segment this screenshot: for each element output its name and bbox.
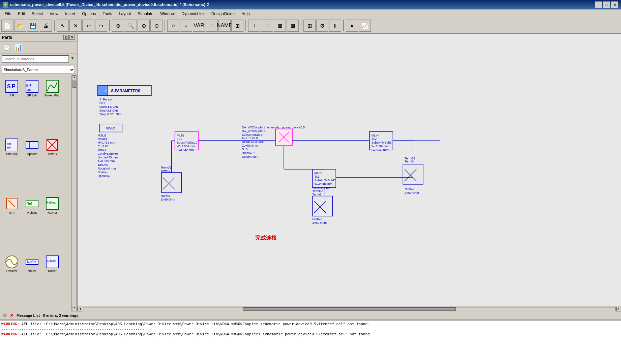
menu-item-insert[interactable]: Insert xyxy=(62,11,79,17)
svg-text:Rmax=0.1: Rmax=0.1 xyxy=(242,151,256,155)
toolbar-button-23[interactable]: ↑ xyxy=(261,20,273,32)
part-item-ndset[interactable]: NdSetNdSet xyxy=(22,252,42,275)
svg-rect-98 xyxy=(161,173,182,193)
menu-item-layout[interactable]: Layout xyxy=(116,11,135,17)
toolbar-button-0[interactable]: 📄 xyxy=(1,20,13,32)
scroll-track[interactable] xyxy=(83,307,616,311)
svg-text:Bbase=: Bbase= xyxy=(98,171,108,174)
toolbar-button-1[interactable]: 📂 xyxy=(14,20,26,32)
scroll-thumb[interactable] xyxy=(243,307,455,311)
svg-text:Num=1: Num=1 xyxy=(161,194,171,198)
clear-messages-button[interactable]: ✕ xyxy=(10,313,14,318)
toolbar-button-5[interactable]: ↖ xyxy=(57,20,69,32)
toolbar-button-20[interactable]: ⊞ xyxy=(231,20,243,32)
part-item-refnet2[interactable]: RefNetRefNet xyxy=(42,194,62,217)
part-icon-sp: SP xyxy=(4,79,19,94)
parts-chart-icon[interactable]: 📊 xyxy=(13,43,23,52)
svg-text:Z=50 Ohm: Z=50 Ohm xyxy=(161,198,175,201)
app-icon: ⚡ xyxy=(3,2,8,7)
svg-text:MSub1: MSub1 xyxy=(98,137,107,141)
toolbar-button-32[interactable]: 📈 xyxy=(359,20,371,32)
svg-text:NdSet: NdSet xyxy=(27,260,36,264)
part-item-ndset2[interactable]: NdSetNdSet xyxy=(42,252,62,275)
toolbar-button-13[interactable]: ⊖ xyxy=(150,20,162,32)
toolbar-button-12[interactable]: ⊕ xyxy=(138,20,150,32)
parts-scrollbar[interactable]: ▲ ▼ xyxy=(71,75,77,311)
menu-item-select[interactable]: Select xyxy=(28,11,46,17)
search-input[interactable] xyxy=(2,55,69,63)
toolbar-button-10[interactable]: ⊕ xyxy=(112,20,124,32)
toolbar-button-18[interactable]: ⟋ xyxy=(206,20,218,32)
svg-text:TL2: TL2 xyxy=(372,137,377,141)
part-icon-ndset: NdSet xyxy=(25,254,39,269)
minimize-button[interactable]: ─ xyxy=(595,1,602,8)
svg-text:NdSet: NdSet xyxy=(47,259,56,263)
menu-item-view[interactable]: View xyxy=(46,11,62,17)
menu-item-file[interactable]: File xyxy=(1,11,14,17)
menu-item-dynamiclink[interactable]: DynamicLink xyxy=(178,11,208,17)
part-item-sp[interactable]: SPS P xyxy=(2,77,22,99)
toolbar-button-3[interactable]: 🖨 xyxy=(40,20,52,32)
menu-item-options[interactable]: Options xyxy=(79,11,99,17)
svg-text:W=2.084 mm: W=2.084 mm xyxy=(177,145,195,148)
menu-item-simulate[interactable]: Simulate xyxy=(135,11,157,17)
toolbar-button-7[interactable]: ↩ xyxy=(82,20,94,32)
part-item-prm-swp[interactable]: PrmSwpPrmSwp xyxy=(2,135,22,158)
toolbar-button-15[interactable]: ○ xyxy=(167,20,179,32)
parts-clock-icon[interactable]: 🕐 xyxy=(2,43,11,52)
parts-close-button[interactable]: ✕ xyxy=(69,35,75,40)
part-item-sweep-plan[interactable]: Sweep Plan xyxy=(42,77,62,99)
toolbar-button-24[interactable]: ⊠ xyxy=(274,20,286,32)
close-button[interactable]: ✕ xyxy=(611,1,618,8)
parts-restore-button[interactable]: ◻ xyxy=(63,35,69,40)
part-label-sp: S P xyxy=(9,94,14,97)
horizontal-scrollbar[interactable]: ◄ ► xyxy=(78,306,621,311)
scroll-left-button[interactable]: ◄ xyxy=(78,307,82,311)
schematic-canvas[interactable]: ⚡ S-PARAMETERS S_Param SP1 Start=1.6 GHz… xyxy=(78,34,621,311)
menu-item-designguide[interactable]: DesignGuide xyxy=(208,11,238,17)
toolbar-button-31[interactable]: ▲ xyxy=(346,20,358,32)
toolbar-button-22[interactable]: ↓ xyxy=(248,20,260,32)
part-item-refnet[interactable]: RefRefNet xyxy=(22,194,42,217)
svg-text:MSub: MSub xyxy=(106,126,116,130)
toolbar-button-25[interactable]: ⊠ xyxy=(287,20,299,32)
svg-text:L=3.542 mm: L=3.542 mm xyxy=(315,186,331,189)
toolbar-button-19[interactable]: NAME xyxy=(218,20,231,32)
part-item-options[interactable]: Options xyxy=(22,135,42,158)
part-icon-prm-swp: PrmSwp xyxy=(4,138,19,152)
part-item-osctest[interactable]: OscTest xyxy=(2,252,22,275)
toolbar-button-8[interactable]: ↪ xyxy=(95,20,107,32)
part-icon-options xyxy=(25,138,39,152)
part-item-termg[interactable]: TermG xyxy=(42,135,62,158)
part-item-sp-lab[interactable]: SPLabSP Lab xyxy=(22,77,42,99)
toolbar-button-16[interactable]: ⏚ xyxy=(180,20,192,32)
menu-item-help[interactable]: Help xyxy=(238,11,253,17)
toolbar-button-28[interactable]: ⚙ xyxy=(316,20,328,32)
part-item-term[interactable]: Term xyxy=(2,194,22,217)
part-label-sp-lab: SP Lab xyxy=(27,94,37,97)
part-icon-osctest xyxy=(4,254,19,269)
toolbar-button-11[interactable]: 🔍 xyxy=(125,20,137,32)
message-item: ----------------------------------------… xyxy=(1,327,620,331)
menu-item-tools[interactable]: Tools xyxy=(99,11,116,17)
part-label-prm-swp: PrmSwp xyxy=(6,152,18,156)
menu-item-edit[interactable]: Edit xyxy=(14,11,28,17)
svg-text:Mur=1: Mur=1 xyxy=(98,148,107,152)
filter-icon[interactable]: ▼ xyxy=(70,55,75,63)
toolbar-button-17[interactable]: VAR xyxy=(193,20,205,32)
svg-text:Start=1.6 GHz: Start=1.6 GHz xyxy=(99,105,119,109)
svg-text:MLIN: MLIN xyxy=(372,134,379,137)
part-label-ndset2: NdSet xyxy=(48,269,56,273)
toolbar-button-2[interactable]: 💾 xyxy=(27,20,39,32)
category-select[interactable]: Simulation-S_ParamRF ComponentsLumped Co… xyxy=(2,66,75,74)
toolbar-button-29[interactable]: ⫿ xyxy=(329,20,341,32)
svg-text:Z=50 Ohm: Z=50 Ohm xyxy=(405,191,419,194)
svg-text:S-PARAMETERS: S-PARAMETERS xyxy=(111,89,141,93)
svg-text:TermG3: TermG3 xyxy=(313,189,323,193)
maximize-button[interactable]: □ xyxy=(603,1,610,8)
toolbar-button-27[interactable]: ⊞ xyxy=(303,20,316,32)
toolbar-button-6[interactable]: ✕ xyxy=(69,20,82,32)
menu-item-window[interactable]: Window xyxy=(157,11,178,17)
settings-icon[interactable]: ⚙ xyxy=(3,313,7,318)
scroll-right-button[interactable]: ► xyxy=(616,307,621,311)
